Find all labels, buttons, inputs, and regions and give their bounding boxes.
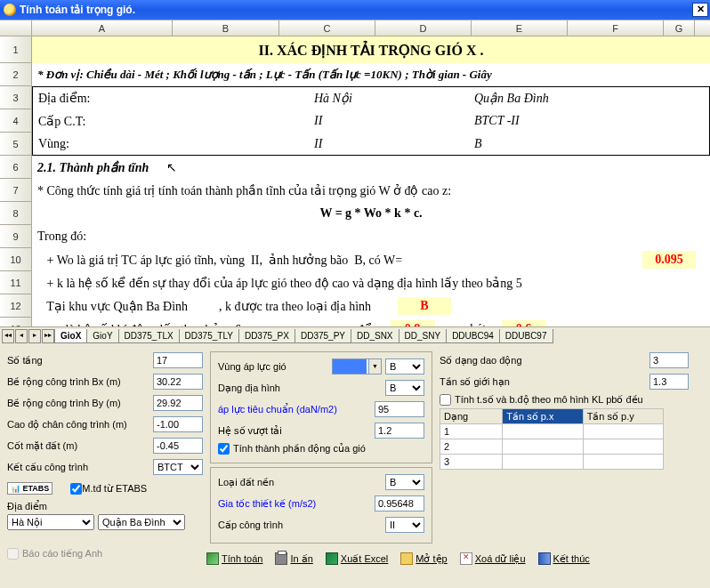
tab-nav-last[interactable]: ▸▸	[42, 329, 54, 343]
tab-dd-sny[interactable]: DD_SNY	[399, 329, 448, 343]
window-titlebar: Tính toán tải trọng gió. ✕	[0, 0, 710, 20]
tab-nav-next[interactable]: ▸	[28, 329, 41, 343]
val-vung2: B	[474, 137, 643, 151]
input-so-dang[interactable]	[649, 352, 689, 368]
label-tinh-ts: Tính t.số và b.độ theo mô hình KL pbố đề…	[455, 394, 643, 406]
label-cap-ct: Cấp công trình	[218, 520, 385, 531]
val-cap1: II	[314, 114, 474, 128]
table-row-2: 2	[440, 439, 664, 455]
th-dang[interactable]: Dạng	[440, 409, 503, 424]
label-so-tang: Số tầng	[7, 355, 153, 366]
tab-dd-snx[interactable]: DD_SNX	[351, 329, 399, 343]
form-panel: Số tầng Bề rộng công trình Bx (m) Bề rộn…	[0, 344, 710, 570]
select-vung-ap[interactable]: B	[385, 358, 424, 375]
tab-nav-prev[interactable]: ◂	[15, 329, 28, 343]
select-dang-dh[interactable]: B	[385, 380, 424, 396]
input-bx[interactable]	[153, 374, 203, 390]
input-by[interactable]	[153, 395, 203, 411]
window-title: Tính toán tải trọng gió.	[20, 4, 135, 16]
label-capct: Cấp C.T:	[38, 114, 314, 129]
row-2: 2 * Đơn vị: Chiều dài - Mét ; Khối lượng…	[0, 63, 710, 86]
btn-tinh-toan[interactable]: Tính toán	[206, 552, 262, 565]
section-2-1: 2.1. Thành phần tĩnh	[37, 160, 149, 175]
delete-icon	[460, 552, 472, 565]
tab-dd375-tly[interactable]: DD375_TLY	[179, 329, 239, 343]
tab-dd375-px[interactable]: DD375_PX	[238, 329, 295, 343]
select-province[interactable]: Hà Nội	[7, 514, 94, 530]
select-loai-dat[interactable]: B	[385, 474, 424, 490]
row-12: 12 Tại khu vực Quận Ba Đình , k được tra…	[0, 294, 710, 318]
input-cao-do[interactable]	[153, 416, 203, 432]
label-bx: Bề rộng công trình Bx (m)	[7, 376, 153, 388]
freq-table[interactable]: Dạng Tần số p.x Tần số p.y 1 2 3	[440, 408, 664, 470]
input-cot[interactable]	[153, 438, 203, 454]
select-cap-ct[interactable]: II	[385, 517, 424, 533]
tab-ddubc97[interactable]: DDUBC97	[499, 329, 553, 343]
input-gia-toc[interactable]	[375, 495, 424, 511]
formula-desc: * Công thức tính giá trị tính toán thành…	[37, 183, 451, 198]
tab-gioy[interactable]: GioY	[86, 329, 118, 343]
label-loai-dat: Loại đất nền	[218, 477, 385, 488]
k-val: B	[398, 297, 451, 315]
th-py[interactable]: Tần số p.y	[583, 409, 663, 424]
label-vung-ap: Vùng áp lực gió	[218, 361, 332, 373]
btn-ket-thuc[interactable]: Kết thúc	[538, 552, 590, 565]
row-1: 1 II. XÁC ĐỊNH TẢI TRỌNG GIÓ X .	[0, 36, 710, 63]
cursor-icon: ↖	[166, 160, 177, 175]
input-so-tang[interactable]	[153, 352, 203, 368]
select-ket-cau[interactable]: BTCT	[153, 459, 203, 475]
col-header-E[interactable]: E	[472, 20, 568, 36]
excel-icon	[326, 552, 338, 565]
tab-ddubc94[interactable]: DDUBC94	[446, 329, 500, 343]
c-desc: + c là hệ số khí động lấy theo bảng 6	[37, 322, 322, 327]
row-6: 6 2.1. Thành phần tĩnh ↖	[0, 156, 710, 179]
col-header-A[interactable]: A	[32, 20, 173, 36]
input-tan-so-gh[interactable]	[649, 374, 689, 390]
btn-xoa[interactable]: Xoá dữ liệu	[460, 552, 526, 565]
col-header-G[interactable]: G	[664, 20, 695, 36]
label-so-dang: Số dạng dao động	[440, 355, 649, 366]
column-headers: A B C D E F G	[0, 20, 710, 36]
tab-dd375-tlx[interactable]: DD375_TLX	[118, 329, 180, 343]
col-header-D[interactable]: D	[375, 20, 472, 36]
sheet-tabs: ◂◂ ◂ ▸ ▸▸ GioX GioY DD375_TLX DD375_TLY …	[0, 326, 710, 344]
exit-icon	[538, 552, 551, 565]
btn-mo-tep[interactable]: Mở tệp	[400, 552, 447, 565]
select-vung-ap-img[interactable]: ▼	[332, 358, 382, 375]
tab-nav-first[interactable]: ◂◂	[2, 329, 14, 343]
tab-giox[interactable]: GioX	[54, 329, 87, 343]
btn-xuat-excel[interactable]: Xuất Excel	[326, 552, 388, 565]
calc-icon	[206, 552, 219, 565]
check-tinh-ts[interactable]	[440, 394, 451, 406]
label-ket-cau: Kết cấu công trình	[7, 462, 153, 473]
th-px[interactable]: Tần số p.x	[503, 409, 583, 424]
input-ap-luc[interactable]	[375, 401, 424, 417]
label-vung: Vùng:	[38, 137, 314, 151]
select-district[interactable]: Quận Ba Đình	[98, 514, 185, 530]
row-13: 13 + c là hệ số khí động lấy theo bảng 6…	[0, 318, 710, 326]
input-he-so[interactable]	[375, 423, 424, 439]
c-push-val: 0.8	[391, 320, 435, 326]
col-header-F[interactable]: F	[568, 20, 664, 36]
tab-dd375-py[interactable]: DD375_PY	[294, 329, 351, 343]
label-dang-dh: Dạng địa hình	[218, 383, 385, 394]
row-so-tang: Số tầng	[7, 351, 203, 369]
check-matdo[interactable]	[70, 483, 82, 495]
spreadsheet-area: A B C D E F G 1 II. XÁC ĐỊNH TẢI TRỌNG G…	[0, 20, 710, 344]
app-icon	[4, 4, 16, 16]
k-desc: + k là hệ số kể đến sự thay đổi của áp l…	[37, 276, 522, 291]
btn-in-an[interactable]: In ấn	[275, 552, 312, 565]
col-header-C[interactable]: C	[279, 20, 375, 36]
sheet-body[interactable]: 1 II. XÁC ĐỊNH TẢI TRỌNG GIÓ X . 2 * Đơn…	[0, 36, 710, 326]
label-gia-toc: Gia tốc thiết kế (m/s2)	[218, 498, 375, 510]
corner-cell[interactable]	[0, 20, 32, 36]
group-wind: Vùng áp lực gió ▼ B Dạng địa hình B áp l…	[210, 351, 432, 463]
val-quan: Quận Ba Đình	[474, 91, 643, 106]
k-region: Tại khu vực Quận Ba Đình , k được tra th…	[37, 299, 371, 314]
etabs-logo-icon[interactable]: 📊 ETABS	[7, 482, 52, 495]
check-tinh-tp[interactable]	[218, 443, 230, 455]
close-button[interactable]: ✕	[692, 3, 708, 17]
button-bar: Tính toán In ấn Xuất Excel Mở tệp Xoá dữ…	[7, 552, 703, 565]
form-col-3: Số dạng dao động Tần số giới hạn Tính t.…	[440, 351, 689, 563]
col-header-B[interactable]: B	[173, 20, 279, 36]
